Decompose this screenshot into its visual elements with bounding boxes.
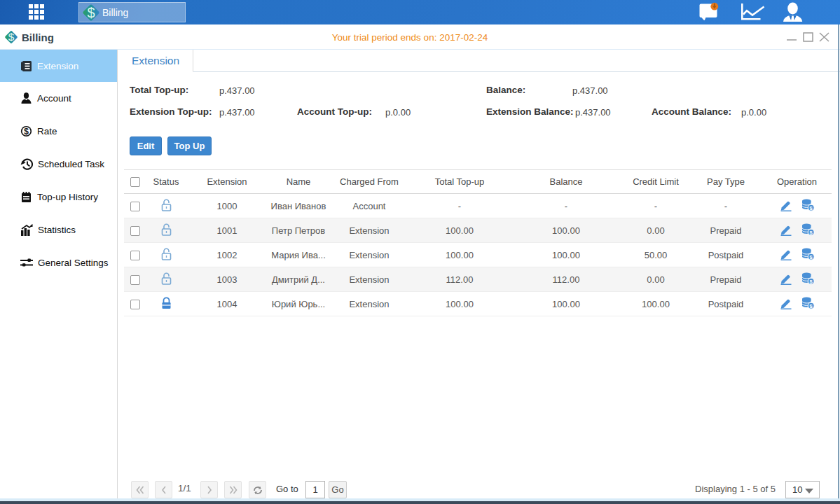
svg-text:$: $	[87, 5, 95, 20]
svg-text:$: $	[8, 31, 15, 43]
svg-text:$: $	[24, 127, 29, 136]
